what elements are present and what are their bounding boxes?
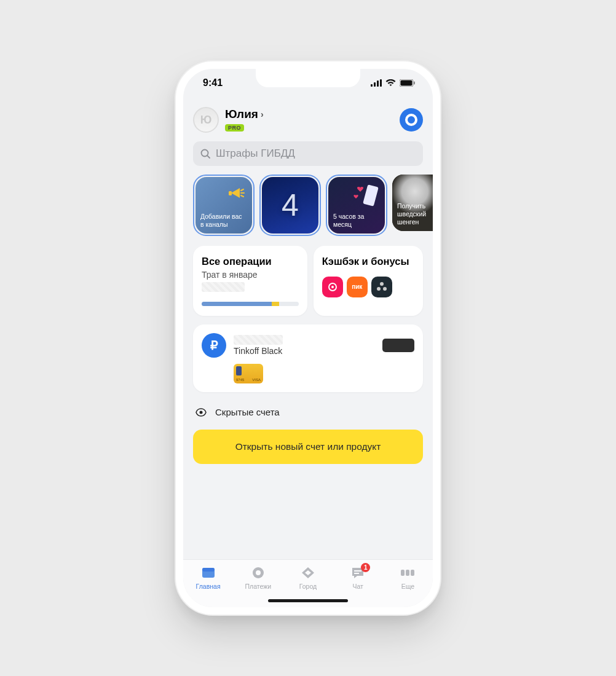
story-item[interactable]: 4 [259, 175, 321, 236]
partner-icon [371, 277, 392, 297]
progress-segment [202, 302, 272, 306]
svg-point-20 [256, 570, 261, 575]
tab-payments[interactable]: Платежи [240, 565, 277, 590]
cashback-partners: пик [322, 277, 414, 297]
svg-point-15 [383, 287, 387, 291]
story-label: Добавили вас в каналы [200, 213, 247, 229]
svg-rect-2 [377, 81, 379, 87]
status-time: 9:41 [203, 77, 223, 88]
svg-rect-21 [354, 570, 361, 572]
more-icon [400, 565, 416, 581]
story-label: Получить шведский шенген [397, 202, 433, 226]
operations-title: Все операции [202, 256, 299, 267]
svg-point-16 [200, 411, 203, 414]
tab-chat[interactable]: 1 Чат [339, 565, 376, 590]
card-chip [382, 339, 414, 352]
account-balance-hidden [234, 335, 283, 345]
assistant-button[interactable] [400, 108, 423, 132]
svg-rect-22 [354, 573, 359, 574]
megaphone-icon [225, 182, 247, 204]
tab-label: Чат [352, 583, 363, 590]
account-info: Tinkoff Black [234, 335, 375, 356]
operations-progress [202, 302, 299, 306]
eye-icon [195, 408, 207, 417]
avatar[interactable]: Ю [193, 107, 219, 133]
widgets-row: Все операции Трат в январе Кэшбэк и бону… [193, 246, 423, 316]
home-icon [200, 565, 216, 581]
cellular-icon [371, 79, 382, 87]
content-area: Ю Юлия › PRO Штрафы ГИБДД [183, 97, 433, 559]
open-account-button[interactable]: Открыть новый счет или продукт [193, 430, 423, 464]
home-indicator[interactable] [268, 599, 348, 602]
username-row: Юлия › [225, 108, 393, 121]
svg-point-12 [331, 286, 334, 288]
operations-amount-hidden [202, 282, 245, 292]
avatar-initial: Ю [200, 114, 212, 127]
tab-label: Еще [401, 583, 414, 590]
tab-label: Платежи [245, 583, 271, 590]
story-item[interactable]: Получить шведский шенген [392, 175, 433, 236]
svg-rect-25 [411, 570, 414, 576]
mini-card[interactable]: 9745 VISA [234, 364, 263, 383]
svg-rect-6 [414, 82, 415, 85]
profile-header: Ю Юлия › PRO [193, 107, 423, 133]
screen: 9:41 Ю Юлия › PRO [183, 69, 433, 607]
stories-row: Добавили вас в каналы 4 5 часов за месяц… [193, 175, 423, 236]
pro-badge: PRO [225, 124, 244, 132]
ruble-icon: ₽ [202, 333, 226, 358]
partner-icon: пик [347, 277, 368, 297]
story-item[interactable]: Добавили вас в каналы [193, 175, 255, 236]
phone-frame: 9:41 Ю Юлия › PRO [176, 61, 440, 615]
username: Юлия [225, 108, 258, 121]
tab-label: Главная [196, 583, 221, 590]
tab-home[interactable]: Главная [190, 565, 227, 590]
hidden-accounts-label: Скрытые счета [215, 407, 280, 417]
card-last-digits: 9745 [236, 378, 244, 382]
operations-subtitle: Трат в январе [202, 270, 299, 280]
cashback-card[interactable]: Кэшбэк и бонусы пик [314, 246, 423, 316]
svg-rect-0 [371, 84, 373, 87]
cta-label: Открыть новый счет или продукт [235, 441, 381, 452]
payments-icon [250, 565, 266, 581]
story-item[interactable]: 5 часов за месяц [326, 175, 387, 236]
chat-badge: 1 [361, 563, 370, 572]
cashback-title: Кэшбэк и бонусы [322, 256, 414, 268]
svg-rect-18 [202, 568, 215, 572]
notch [256, 69, 360, 87]
search-input[interactable]: Штрафы ГИБДД [193, 141, 423, 166]
svg-rect-24 [406, 570, 409, 576]
partner-icon [322, 277, 343, 297]
svg-rect-23 [401, 570, 405, 576]
svg-rect-10 [363, 184, 379, 206]
svg-rect-1 [374, 82, 376, 87]
tab-city[interactable]: Город [290, 565, 326, 590]
battery-icon [400, 79, 416, 87]
search-placeholder: Штрафы ГИБДД [216, 147, 295, 160]
svg-point-13 [380, 282, 384, 286]
tab-label: Город [299, 583, 317, 590]
card-brand: VISA [252, 378, 261, 382]
story-label: 5 часов за месяц [333, 213, 380, 229]
progress-segment [272, 302, 280, 306]
svg-rect-9 [229, 191, 232, 195]
story-big-number: 4 [282, 186, 299, 225]
phone-hearts-icon [352, 181, 381, 210]
assistant-icon [405, 114, 417, 126]
tab-more[interactable]: Еще [389, 565, 426, 590]
account-row: ₽ Tinkoff Black [202, 333, 414, 358]
operations-card[interactable]: Все операции Трат в январе [193, 246, 307, 316]
chevron-right-icon: › [261, 109, 264, 119]
wifi-icon [385, 79, 396, 87]
svg-line-8 [207, 155, 210, 158]
svg-rect-3 [380, 79, 382, 87]
hidden-accounts-row[interactable]: Скрытые счета [193, 403, 423, 430]
svg-point-14 [377, 287, 381, 291]
account-name: Tinkoff Black [234, 346, 375, 356]
search-icon [200, 149, 211, 159]
account-card[interactable]: ₽ Tinkoff Black 9745 VISA [193, 324, 423, 392]
city-icon [300, 565, 316, 581]
svg-rect-5 [401, 81, 413, 86]
status-icons [371, 79, 416, 87]
user-block[interactable]: Юлия › PRO [225, 108, 393, 132]
